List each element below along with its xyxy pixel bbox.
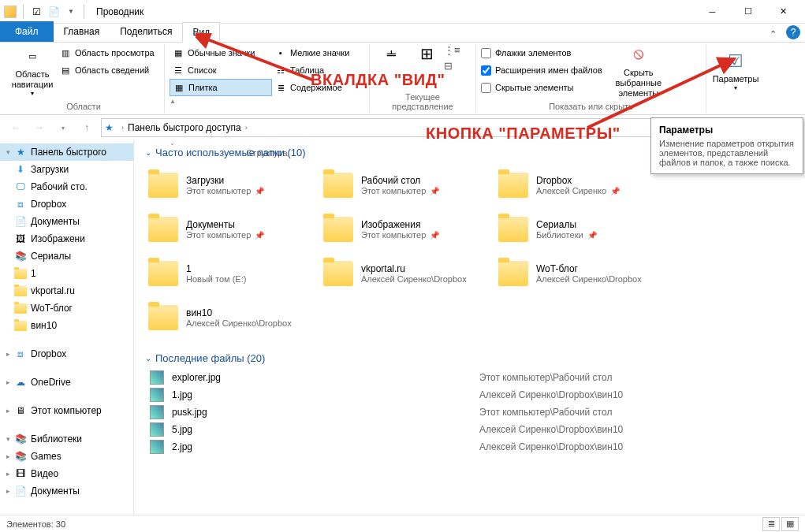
section-recent-files[interactable]: ⌄Последние файлы (20) (145, 352, 794, 364)
image-file-icon (150, 405, 164, 419)
file-row[interactable]: 5.jpg Алексей Сиренко\Dropbox\вин10 (145, 421, 794, 438)
up-button[interactable]: ↑ (77, 118, 96, 137)
folder-icon (322, 169, 355, 202)
extensions-toggle[interactable]: Расширения имен файлов (481, 61, 602, 79)
file-row[interactable]: 1.jpg Алексей Сиренко\Dropbox\вин10 (145, 386, 794, 404)
view-details-button[interactable]: ≣ (762, 517, 780, 531)
folder-tile[interactable]: Dropbox Алексей Сиренко 📌 (495, 163, 670, 207)
folder-tile[interactable]: вин10 Алексей Сиренко\Dropbox (145, 296, 320, 340)
maximize-button[interactable]: ☐ (730, 0, 766, 23)
folder-icon (14, 285, 27, 297)
sidebar-item-dropbox-root[interactable]: ▸⧈Dropbox (0, 345, 133, 363)
sidebar-item-documents-lib[interactable]: ▸📄Документы (0, 482, 133, 500)
sidebar-item-libraries[interactable]: ▾📚Библиотеки (0, 430, 133, 448)
add-column-icon[interactable]: ⋮≡ (444, 44, 460, 56)
folder-tile[interactable]: WoT-блог Алексей Сиренко\Dropbox (495, 251, 670, 296)
file-row[interactable]: 2.jpg Алексей Сиренко\Dropbox\вин10 (145, 438, 794, 456)
sidebar-item-win10[interactable]: вин10 (0, 317, 133, 334)
checkboxes-toggle[interactable]: Флажки элементов (481, 44, 602, 61)
folder-tile[interactable]: Загрузки Этот компьютер 📌 (145, 163, 320, 207)
group-by-icon[interactable]: ⊞ (420, 44, 434, 63)
pin-icon: 📌 (587, 231, 597, 240)
layout-medium[interactable]: ▪Мелкие значки (272, 44, 363, 61)
sidebar-item-vkportal[interactable]: vkportal.ru (0, 282, 133, 299)
sidebar-label: 1 (31, 268, 36, 279)
sidebar-item-downloads[interactable]: ⬇Загрузки (0, 161, 133, 178)
minimize-button[interactable]: ─ (695, 0, 730, 23)
sidebar-item-dropbox[interactable]: ⧈Dropbox (0, 195, 133, 213)
folder-tile[interactable]: Изображения Этот компьютер 📌 (320, 207, 495, 251)
back-button[interactable]: ← (6, 118, 25, 137)
qat-dropdown-icon[interactable]: ▼ (62, 3, 80, 20)
folder-tile[interactable]: Сериалы Библиотеки 📌 (495, 207, 670, 251)
sidebar-item-this-pc[interactable]: ▸🖥Этот компьютер (0, 402, 133, 419)
sidebar-item-desktop[interactable]: 🖵Рабочий сто. (0, 178, 133, 195)
navigation-pane-button[interactable]: ▭ Область навигации ▾ (8, 44, 57, 99)
large-icons-icon: ▦ (172, 47, 184, 59)
sort-by-icon[interactable]: ⫨ (384, 44, 400, 62)
statusbar: Элементов: 30 ≣ ▦ (0, 515, 805, 532)
close-button[interactable]: ✕ (766, 0, 801, 23)
layout-tiles[interactable]: ▦Плитка (170, 79, 272, 96)
qat-newfolder-icon[interactable]: 📄 (45, 3, 62, 20)
file-row[interactable]: explorer.jpg Этот компьютер\Рабочий стол (145, 369, 794, 386)
recent-locations-button[interactable]: ▾ (54, 118, 73, 137)
dropbox-icon: ⧈ (14, 198, 27, 210)
folder-name: Сериалы (536, 219, 669, 230)
folder-subtitle: Библиотеки 📌 (536, 230, 669, 240)
forward-button[interactable]: → (30, 118, 49, 137)
sidebar-item-documents[interactable]: 📄Документы (0, 213, 133, 230)
image-file-icon (150, 370, 164, 385)
layout-details[interactable]: ☷Таблица (272, 61, 363, 79)
qat-checkbox-icon[interactable]: ☑ (28, 3, 45, 20)
sidebar-label: Документы (31, 216, 80, 227)
file-row[interactable]: pusk.jpg Этот компьютер\Рабочий стол (145, 404, 794, 421)
sidebar-item-pictures[interactable]: 🖼Изображени (0, 230, 133, 247)
list-icon: ☰ (172, 64, 184, 76)
documents-icon: 📄 (14, 485, 27, 497)
folder-tile[interactable]: vkportal.ru Алексей Сиренко\Dropbox (320, 251, 495, 296)
pin-icon: 📌 (430, 231, 439, 240)
tab-home[interactable]: Главная (54, 21, 110, 42)
details-pane-label: Область сведений (75, 65, 149, 75)
sidebar-item-games[interactable]: ▸📚Games (0, 448, 133, 465)
folder-icon (147, 213, 180, 246)
ribbon-collapse-icon[interactable]: ⌃ (765, 27, 781, 42)
tab-file[interactable]: Файл (0, 21, 54, 42)
sidebar-item-videos[interactable]: ▸🎞Видео (0, 465, 133, 482)
layout-medium-label: Мелкие значки (290, 48, 349, 58)
help-icon[interactable]: ? (786, 25, 800, 39)
tab-view[interactable]: Вид (182, 22, 220, 43)
layout-content[interactable]: ≣Содержимое (272, 79, 363, 96)
folder-tile[interactable]: 1 Новый том (E:) (145, 251, 320, 296)
tab-share[interactable]: Поделиться (110, 21, 182, 42)
image-file-icon (150, 422, 164, 437)
file-name: pusk.jpg (172, 407, 479, 418)
desktop-icon: 🖵 (14, 180, 27, 193)
file-path: Алексей Сиренко\Dropbox\вин10 (479, 441, 623, 452)
details-pane-button[interactable]: ▤Область сведений (57, 61, 157, 79)
view-large-button[interactable]: ▦ (781, 517, 799, 531)
sidebar-label: Библиотеки (31, 433, 82, 445)
downloads-icon: ⬇ (14, 163, 27, 176)
folder-tile[interactable]: Документы Этот компьютер 📌 (145, 207, 320, 251)
options-button[interactable]: ☑ Параметры ▾ (711, 44, 760, 99)
status-count: Элементов: 30 (6, 519, 65, 529)
hide-selected-button[interactable]: 🚫 Скрыть выбранные элементы (607, 44, 670, 99)
breadcrumb-root[interactable]: Панель быстрого доступа (128, 122, 241, 133)
sidebar-item-folder-1[interactable]: 1 (0, 265, 133, 282)
layout-list[interactable]: ☰Список (170, 61, 272, 79)
layout-scroll-up[interactable]: ▲ (170, 98, 176, 105)
hidden-toggle[interactable]: Скрытые элементы (481, 79, 602, 96)
sidebar-item-quick-access[interactable]: ▾★Панель быстрого (0, 143, 133, 161)
size-columns-icon[interactable]: ⊟ (444, 60, 460, 72)
preview-pane-label: Область просмотра (75, 48, 155, 58)
sidebar-item-serials[interactable]: 📚Сериалы (0, 247, 133, 265)
video-icon: 🎞 (14, 467, 27, 480)
folder-tile[interactable]: Рабочий стол Этот компьютер 📌 (320, 163, 495, 207)
preview-pane-button[interactable]: ▥Область просмотра (57, 44, 157, 61)
sidebar-item-onedrive[interactable]: ▸☁OneDrive (0, 374, 133, 391)
file-name: 1.jpg (172, 389, 479, 400)
layout-extra-large[interactable]: ▦Обычные значки (170, 44, 272, 61)
sidebar-item-wotblog[interactable]: WoT-блог (0, 299, 133, 317)
